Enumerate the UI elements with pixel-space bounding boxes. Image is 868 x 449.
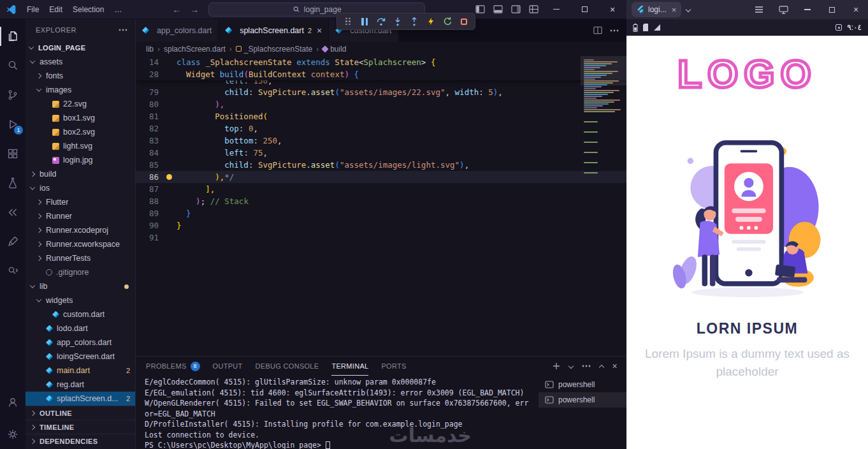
- tree-item-fonts[interactable]: fonts: [25, 69, 135, 83]
- tree-item-custom-dart[interactable]: custom.dart: [25, 307, 135, 321]
- device-frame-icon[interactable]: [771, 0, 795, 19]
- tab-output[interactable]: OUTPUT: [213, 357, 243, 376]
- extensions-icon[interactable]: [0, 139, 25, 168]
- close-tab-icon[interactable]: ×: [672, 5, 677, 15]
- breadcrumb-method[interactable]: build: [322, 45, 346, 54]
- tree-item-box1-svg[interactable]: box1.svg: [25, 111, 135, 125]
- menu-icon[interactable]: [747, 0, 771, 19]
- restart-icon[interactable]: [439, 13, 456, 29]
- tree-item--gitignore[interactable]: .gitignore: [25, 265, 135, 279]
- section-timeline[interactable]: TIMELINE: [25, 420, 135, 434]
- tree-item-lodo-dart[interactable]: lodo.dart: [25, 321, 135, 335]
- step-into-icon[interactable]: [389, 13, 406, 29]
- chevron-down-icon[interactable]: [686, 7, 691, 12]
- tab-splachscreen[interactable]: splachScreen.dart 2 ×: [219, 19, 329, 41]
- explorer-more-icon[interactable]: [119, 29, 127, 31]
- close-panel-icon[interactable]: ×: [612, 361, 618, 371]
- tree-item-main-dart[interactable]: main.dart2: [25, 364, 135, 378]
- new-terminal-icon[interactable]: [553, 362, 560, 370]
- toggle-sidebar-icon[interactable]: [471, 5, 489, 13]
- menu-overflow[interactable]: …: [109, 5, 127, 14]
- tree-item-22-svg[interactable]: 22.svg: [25, 97, 135, 111]
- hot-reload-icon[interactable]: [423, 13, 439, 29]
- terminal-session[interactable]: powershell: [539, 392, 626, 408]
- code-line[interactable]: 90}: [136, 219, 626, 232]
- nav-back-icon[interactable]: ←: [168, 4, 185, 15]
- close-button[interactable]: ×: [598, 0, 626, 19]
- code-line[interactable]: 88 ); // Stack: [136, 195, 626, 207]
- step-over-icon[interactable]: [373, 13, 389, 29]
- menu-file[interactable]: File: [22, 5, 44, 14]
- split-editor-icon[interactable]: [593, 26, 602, 34]
- maximize-button[interactable]: [570, 0, 598, 19]
- nav-forward-icon[interactable]: →: [185, 4, 203, 15]
- close-button[interactable]: ×: [844, 0, 868, 19]
- tree-item-runner-xcworkspace[interactable]: Runner.xcworkspace: [25, 237, 135, 251]
- design-tools-icon[interactable]: [0, 227, 25, 256]
- code-line[interactable]: 86 ),*/: [136, 171, 626, 183]
- tree-item-light-svg[interactable]: light.svg: [25, 139, 135, 153]
- tree-item-splachscreen-d-[interactable]: splachScreen.d...2: [25, 392, 135, 406]
- pause-button[interactable]: [356, 13, 373, 29]
- code-line[interactable]: 79 child: SvgPicture.asset("assets/image…: [136, 86, 626, 98]
- code-line[interactable]: 84 left: 75,: [136, 147, 626, 159]
- lightbulb-icon[interactable]: [166, 174, 172, 180]
- toggle-panel-icon[interactable]: [489, 5, 507, 13]
- code-line[interactable]: left: 150,: [136, 80, 626, 86]
- tree-item-runner-xcodeproj[interactable]: Runner.xcodeproj: [25, 223, 135, 237]
- code-line[interactable]: 82 top: 0,: [136, 122, 626, 135]
- settings-gear-icon[interactable]: [0, 420, 25, 449]
- maximize-button[interactable]: [820, 0, 844, 19]
- testing-icon[interactable]: [0, 168, 25, 198]
- breadcrumb-file[interactable]: splachScreen.dart: [164, 45, 226, 54]
- section-dependencies[interactable]: DEPENDENCIES: [25, 434, 135, 448]
- code-line[interactable]: 81 Positioned(: [136, 110, 626, 122]
- code-editor[interactable]: 14class _SplachscreenState extends State…: [136, 56, 626, 356]
- tree-item-build[interactable]: build: [25, 167, 135, 181]
- tab-app-colors[interactable]: app_colors.dart: [136, 19, 219, 41]
- terminal-session[interactable]: powershell: [539, 377, 626, 392]
- customize-layout-icon[interactable]: [524, 5, 542, 13]
- workspace-section-header[interactable]: LOGIN_PAGE: [25, 40, 135, 55]
- code-line[interactable]: 80 ),: [136, 98, 626, 110]
- more-actions-icon[interactable]: [610, 29, 619, 32]
- panel-more-icon[interactable]: [582, 365, 591, 367]
- toggle-secondary-sidebar-icon[interactable]: [507, 5, 524, 13]
- stop-button[interactable]: [456, 13, 472, 29]
- account-icon[interactable]: [0, 388, 25, 417]
- close-tab-icon[interactable]: ×: [317, 26, 322, 36]
- emulator-tab[interactable]: logi... ×: [632, 2, 681, 17]
- code-line[interactable]: 89 }: [136, 207, 626, 219]
- debug-drag-handle[interactable]: [340, 13, 356, 29]
- code-search-icon[interactable]: [0, 256, 25, 286]
- code-line[interactable]: 83 bottom: 250,: [136, 135, 626, 147]
- explorer-icon[interactable]: [0, 22, 25, 51]
- code-line[interactable]: 28 Widget build(BuildContext context) {: [136, 68, 626, 80]
- tree-item-login-jpg[interactable]: login.jpg: [25, 153, 135, 167]
- tree-item-ios[interactable]: ios: [25, 181, 135, 195]
- tab-ports[interactable]: PORTS: [381, 357, 406, 376]
- step-out-icon[interactable]: [406, 13, 423, 29]
- breadcrumb-class[interactable]: _SplachscreenState: [236, 45, 312, 54]
- tab-problems[interactable]: PROBLEMS8: [146, 357, 200, 376]
- minimap[interactable]: [581, 56, 626, 356]
- code-line[interactable]: 87 ],: [136, 183, 626, 195]
- maximize-panel-icon[interactable]: [598, 364, 604, 369]
- code-line[interactable]: 91: [136, 232, 626, 244]
- tree-item-images[interactable]: images: [25, 83, 135, 97]
- tree-item-reg-dart[interactable]: reg.dart: [25, 378, 135, 392]
- tree-item-flutter[interactable]: Flutter: [25, 195, 135, 209]
- minimize-button[interactable]: [795, 0, 820, 19]
- tree-item-app-colors-dart[interactable]: app_colors.dart: [25, 335, 135, 350]
- code-line[interactable]: 14class _SplachscreenState extends State…: [136, 56, 626, 68]
- tab-terminal[interactable]: TERMINAL: [331, 357, 368, 376]
- tree-item-runner[interactable]: Runner: [25, 209, 135, 223]
- remote-explorer-icon[interactable]: [0, 198, 25, 227]
- launch-profile-chevron-icon[interactable]: [568, 364, 573, 369]
- tree-item-lib[interactable]: lib: [25, 279, 135, 293]
- terminal[interactable]: E/eglCodecCommon( 4515): glUtilsParamSiz…: [136, 376, 539, 449]
- tree-item-assets[interactable]: assets: [25, 55, 135, 69]
- breadcrumb-lib[interactable]: lib: [146, 45, 154, 54]
- menu-edit[interactable]: Edit: [44, 5, 68, 14]
- tab-debug-console[interactable]: DEBUG CONSOLE: [256, 357, 319, 376]
